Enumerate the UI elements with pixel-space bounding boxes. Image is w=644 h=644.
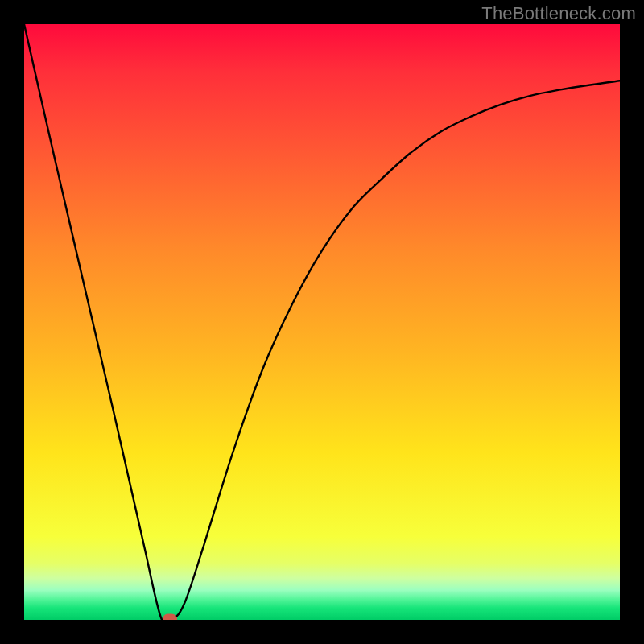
- bottleneck-curve: [24, 24, 620, 620]
- chart-frame: TheBottleneck.com: [0, 0, 644, 644]
- watermark-text: TheBottleneck.com: [481, 3, 636, 24]
- curve-layer: [24, 24, 620, 620]
- optimal-point-marker: [163, 614, 177, 620]
- plot-area: [24, 24, 620, 620]
